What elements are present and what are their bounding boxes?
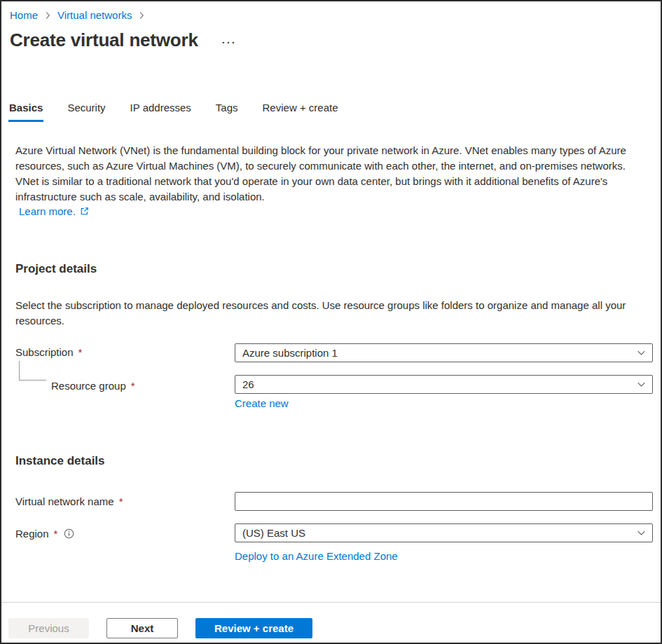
project-details-heading: Project details xyxy=(15,262,97,276)
learn-more-label: Learn more. xyxy=(19,205,76,217)
required-asterisk: * xyxy=(119,495,123,507)
next-button[interactable]: Next xyxy=(106,618,178,638)
resource-group-label: Resource group* xyxy=(51,380,135,392)
create-virtual-network-page: Home Virtual networks Create virtual net… xyxy=(0,0,662,644)
breadcrumb: Home Virtual networks xyxy=(10,9,146,21)
tab-ip-addresses[interactable]: IP addresses xyxy=(130,102,192,122)
tab-security[interactable]: Security xyxy=(67,102,106,122)
info-icon[interactable] xyxy=(64,528,74,539)
required-asterisk: * xyxy=(78,346,83,358)
external-link-icon xyxy=(80,207,89,216)
tab-tags[interactable]: Tags xyxy=(215,102,239,122)
create-new-resource-group-link[interactable]: Create new xyxy=(235,397,289,409)
chevron-down-icon xyxy=(637,528,646,537)
virtual-network-name-label: Virtual network name* xyxy=(15,495,123,507)
resource-group-dropdown[interactable]: 26 xyxy=(235,375,653,394)
subscription-dropdown[interactable]: Azure subscription 1 xyxy=(235,343,653,362)
chevron-down-icon xyxy=(637,348,646,357)
required-asterisk: * xyxy=(131,380,135,392)
subscription-value: Azure subscription 1 xyxy=(242,347,338,359)
region-value: (US) East US xyxy=(242,527,305,539)
title-row: Create virtual network ··· xyxy=(10,29,237,51)
learn-more-link[interactable]: Learn more. xyxy=(19,205,89,217)
breadcrumb-home-link[interactable]: Home xyxy=(10,9,38,21)
breadcrumb-virtual-networks-link[interactable]: Virtual networks xyxy=(57,9,132,21)
more-options-button[interactable]: ··· xyxy=(222,37,237,48)
tab-bar: Basics Security IP addresses Tags Review… xyxy=(8,102,339,122)
project-details-description: Select the subscription to manage deploy… xyxy=(15,298,650,329)
intro-description: Azure Virtual Network (VNet) is the fund… xyxy=(15,143,650,205)
page-title: Create virtual network xyxy=(10,29,198,51)
deploy-azure-extended-zone-link[interactable]: Deploy to an Azure Extended Zone xyxy=(235,550,398,562)
chevron-right-icon xyxy=(43,11,52,20)
subscription-label: Subscription* xyxy=(15,346,82,358)
subscription-resource-group-connector xyxy=(19,361,46,381)
virtual-network-name-input[interactable] xyxy=(235,492,653,511)
instance-details-heading: Instance details xyxy=(15,454,105,468)
review-create-button[interactable]: Review + create xyxy=(195,618,312,638)
region-dropdown[interactable]: (US) East US xyxy=(235,523,653,542)
footer-divider xyxy=(1,602,661,603)
resource-group-value: 26 xyxy=(242,378,254,390)
tab-basics[interactable]: Basics xyxy=(8,102,43,122)
tab-review-create[interactable]: Review + create xyxy=(262,102,339,122)
chevron-down-icon xyxy=(637,380,646,389)
required-asterisk: * xyxy=(54,528,58,540)
previous-button[interactable]: Previous xyxy=(8,618,89,638)
region-label: Region* xyxy=(15,528,74,540)
chevron-right-icon xyxy=(137,11,146,20)
